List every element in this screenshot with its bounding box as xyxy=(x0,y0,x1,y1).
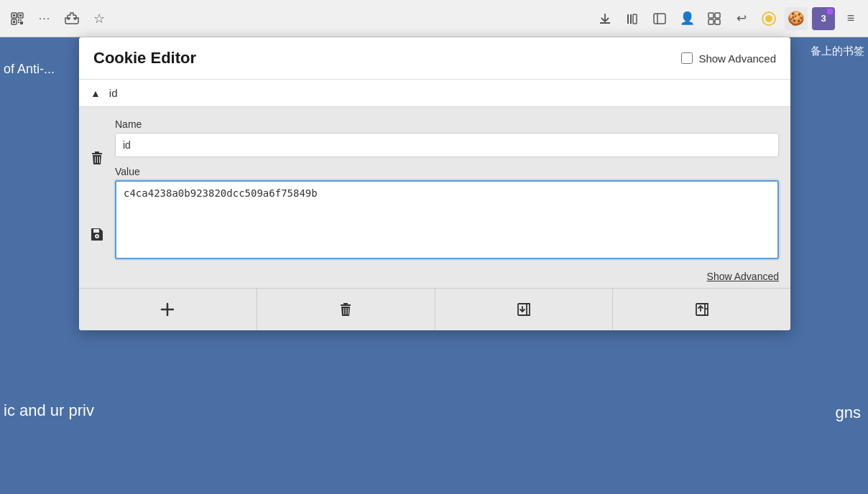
svg-rect-18 xyxy=(715,19,720,24)
cookie-editor-popup: Cookie Editor Show Advanced ▲ id xyxy=(79,37,790,330)
svg-rect-12 xyxy=(633,14,637,24)
show-advanced-checkbox[interactable] xyxy=(681,52,693,64)
import-cookies-button[interactable] xyxy=(435,289,614,330)
download-icon[interactable] xyxy=(594,7,617,30)
svg-point-20 xyxy=(765,15,772,22)
svg-rect-16 xyxy=(715,13,720,18)
bg-body-left: ic and ur priv xyxy=(4,399,94,422)
bg-text-right: 备上的书签 xyxy=(811,45,864,58)
cookie-icon[interactable]: 🍪 xyxy=(785,7,808,30)
svg-rect-17 xyxy=(708,19,714,24)
cookie-name-label: id xyxy=(109,87,118,99)
show-advanced-header-label: Show Advanced xyxy=(698,52,776,65)
more-icon[interactable]: ··· xyxy=(33,7,56,30)
show-advanced-header[interactable]: Show Advanced xyxy=(681,52,776,65)
cookie-item-row[interactable]: ▲ id xyxy=(79,80,790,107)
value-label: Value xyxy=(115,166,779,177)
menu-icon[interactable]: ≡ xyxy=(839,7,862,30)
name-input[interactable] xyxy=(115,133,779,157)
browser-toolbar: ··· ☆ 👤 xyxy=(0,0,868,37)
form-side-icons xyxy=(79,107,115,288)
library-icon[interactable] xyxy=(621,7,644,30)
popup-title: Cookie Editor xyxy=(93,49,196,67)
name-field-group: Name xyxy=(115,118,779,157)
svg-rect-8 xyxy=(18,22,19,23)
multi-account-icon[interactable]: 3 xyxy=(812,7,835,30)
add-cookie-button[interactable] xyxy=(79,289,257,330)
svg-rect-10 xyxy=(627,14,629,24)
svg-rect-4 xyxy=(19,14,22,17)
cookie-form-area: Name Value c4ca4238a0b923820dcc509a6f758… xyxy=(79,107,790,288)
bg-body-right: gns xyxy=(836,404,861,422)
show-advanced-link[interactable]: Show Advanced xyxy=(115,271,779,288)
sidebar-icon[interactable] xyxy=(648,7,671,30)
svg-rect-15 xyxy=(708,13,714,18)
back-icon[interactable]: ↩ xyxy=(730,7,753,30)
delete-all-cookies-button[interactable] xyxy=(257,289,435,330)
svg-rect-9 xyxy=(20,22,23,24)
container-icon[interactable] xyxy=(703,7,726,30)
form-fields: Name Value c4ca4238a0b923820dcc509a6f758… xyxy=(115,107,790,288)
export-cookies-button[interactable] xyxy=(613,289,790,330)
name-label: Name xyxy=(115,118,779,130)
svg-rect-7 xyxy=(20,19,22,21)
bg-text-left: of Anti-... xyxy=(4,59,55,80)
loading-icon xyxy=(757,7,780,30)
chevron-up-icon: ▲ xyxy=(91,88,101,99)
qr-icon[interactable] xyxy=(6,7,29,30)
svg-rect-13 xyxy=(654,14,665,24)
svg-rect-3 xyxy=(13,14,15,17)
svg-rect-6 xyxy=(18,19,19,21)
extensions-icon[interactable] xyxy=(60,7,83,30)
bookmark-icon[interactable]: ☆ xyxy=(88,7,111,30)
svg-rect-11 xyxy=(630,14,632,24)
svg-rect-5 xyxy=(13,21,15,23)
bottom-toolbar xyxy=(79,288,790,330)
value-textarea[interactable]: c4ca4238a0b923820dcc509a6f75849b xyxy=(115,180,779,259)
popup-header: Cookie Editor Show Advanced xyxy=(79,37,790,80)
account-icon[interactable]: 👤 xyxy=(675,7,698,30)
save-cookie-icon[interactable] xyxy=(90,227,104,245)
value-field-group: Value c4ca4238a0b923820dcc509a6f75849b xyxy=(115,166,779,262)
delete-cookie-icon[interactable] xyxy=(90,150,104,169)
